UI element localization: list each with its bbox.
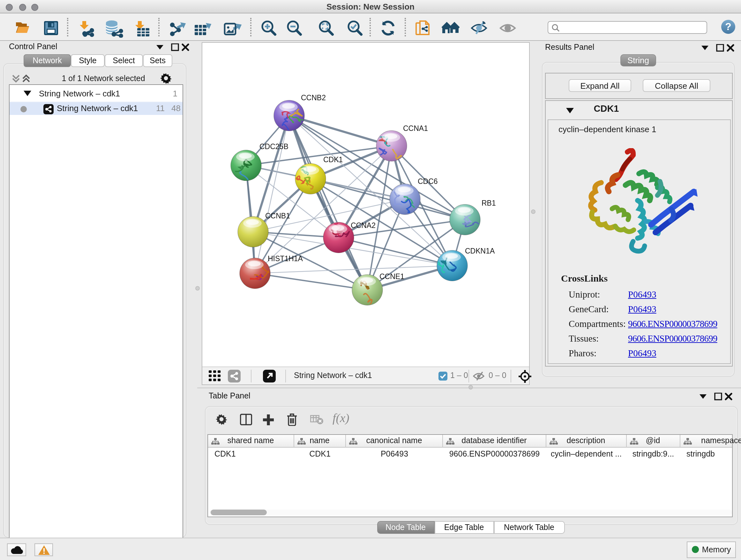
svg-text:CDK1: CDK1 bbox=[323, 155, 342, 164]
svg-text:CDKN1A: CDKN1A bbox=[465, 246, 495, 255]
svg-text:CDC25B: CDC25B bbox=[259, 142, 288, 150]
svg-text:HIST1H1A: HIST1H1A bbox=[267, 254, 303, 262]
svg-text:CCNA2: CCNA2 bbox=[350, 221, 375, 229]
svg-text:CCNE1: CCNE1 bbox=[379, 272, 404, 280]
svg-text:CCNB2: CCNB2 bbox=[300, 93, 326, 102]
svg-text:RB1: RB1 bbox=[481, 199, 495, 207]
svg-text:CCNB1: CCNB1 bbox=[265, 211, 290, 220]
svg-text:CDC6: CDC6 bbox=[417, 177, 437, 185]
svg-text:CCNA1: CCNA1 bbox=[403, 124, 428, 132]
